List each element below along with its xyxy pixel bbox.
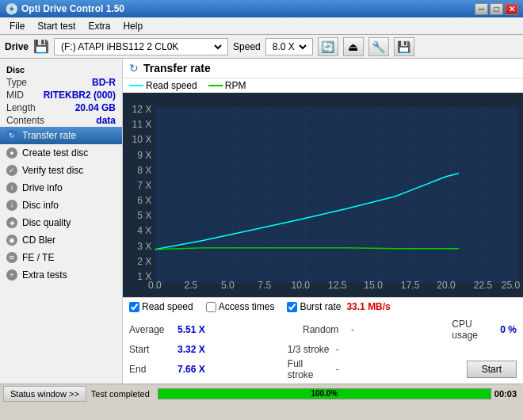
progress-bar: 100.0% (158, 388, 491, 399)
disc-info-icon: i (6, 200, 17, 211)
cb-access-times-input[interactable] (206, 302, 216, 312)
sidebar-item-fe-te[interactable]: ≋ FE / TE (0, 249, 122, 266)
speed-selector[interactable]: 8.0 X (265, 38, 313, 55)
legend-read-speed-label: Read speed (146, 80, 197, 91)
disc-length-row: Length 20.04 GB (0, 101, 122, 114)
transfer-rate-icon: ↻ (6, 130, 17, 141)
disc-info-label: Disc info (22, 200, 59, 211)
checkboxes-row: Read speed Access times Burst rate 33.1 … (123, 297, 523, 315)
stats-area: Average 5.51 X Random - CPU usage 0 % St… (123, 315, 523, 384)
extra-tests-label: Extra tests (22, 269, 67, 281)
svg-text:2 X: 2 X (137, 256, 151, 267)
cb-burst-rate-input[interactable] (287, 302, 297, 312)
stats-row-1: Average 5.51 X Random - CPU usage 0 % (129, 317, 517, 342)
menu-extra[interactable]: Extra (82, 19, 116, 33)
svg-text:5 X: 5 X (137, 210, 151, 221)
sidebar-item-transfer-rate[interactable]: ↻ Transfer rate (0, 127, 122, 144)
fe-te-icon: ≋ (6, 252, 17, 263)
legend-cyan-line (129, 85, 143, 86)
legend-rpm: RPM (208, 80, 246, 91)
content-area: ↻ Transfer rate Read speed RPM (123, 59, 523, 384)
svg-text:22.5: 22.5 (474, 280, 493, 291)
stat-end-label: End (129, 364, 173, 375)
svg-text:5.0: 5.0 (221, 280, 235, 291)
cb-burst-rate[interactable]: Burst rate 33.1 MB/s (287, 301, 390, 312)
drive-select-input[interactable]: (F:) ATAPI iHBS112 2 CL0K (58, 40, 224, 53)
start-btn-container: Start (422, 361, 517, 378)
legend-green-line (208, 85, 223, 86)
stat-start-label: Start (129, 344, 173, 355)
legend-rpm-label: RPM (225, 80, 246, 91)
svg-rect-1 (155, 107, 519, 283)
stat-full-stroke-label: Full stroke (288, 358, 331, 380)
disc-type-key: Type (6, 77, 27, 88)
status-window-button[interactable]: Status window >> (3, 386, 86, 402)
eject-button[interactable]: ⏏ (343, 37, 364, 56)
drive-bar: Drive 💾 (F:) ATAPI iHBS112 2 CL0K Speed … (0, 35, 523, 59)
disc-mid-val: RITEKBR2 (000) (44, 90, 116, 101)
svg-text:8 X: 8 X (137, 165, 151, 176)
transfer-rate-label: Transfer rate (22, 130, 76, 141)
start-button[interactable]: Start (467, 361, 517, 378)
drive-selector[interactable]: (F:) ATAPI iHBS112 2 CL0K (54, 38, 228, 55)
status-bar: Status window >> Test completed 100.0% 0… (0, 384, 523, 403)
sidebar-item-create-test-disc[interactable]: ● Create test disc (0, 144, 122, 162)
stat-random-label: Random (303, 324, 346, 335)
settings-button[interactable]: 🔧 (368, 37, 389, 56)
stat-cpu-usage: CPU usage 0 % (452, 319, 517, 341)
refresh-button[interactable]: 🔄 (318, 37, 338, 56)
disc-length-val: 20.04 GB (75, 102, 116, 113)
cb-access-times[interactable]: Access times (206, 301, 275, 312)
title-bar: 💿 Opti Drive Control 1.50 ─ □ ✕ (0, 0, 523, 17)
sidebar-item-drive-info[interactable]: i Drive info (0, 179, 122, 197)
chart-icon: ↻ (129, 62, 139, 74)
disc-quality-icon: ◈ (6, 217, 17, 228)
menu-help[interactable]: Help (116, 19, 149, 33)
disc-contents-row: Contents data (0, 114, 122, 127)
svg-text:10.0: 10.0 (291, 280, 310, 291)
sidebar: Disc Type BD-R MID RITEKBR2 (000) Length… (0, 59, 123, 384)
stat-start-val: 3.32 X (178, 344, 205, 355)
cb-access-times-label: Access times (219, 301, 275, 312)
create-test-disc-label: Create test disc (22, 147, 88, 158)
stat-start: Start 3.32 X (129, 344, 205, 355)
disc-type-val: BD-R (92, 77, 116, 88)
stats-row-3: End 7.66 X Full stroke - Start (129, 357, 517, 382)
cb-read-speed-input[interactable] (129, 302, 139, 312)
sidebar-item-disc-info[interactable]: i Disc info (0, 197, 122, 214)
fe-te-label: FE / TE (22, 252, 54, 263)
stat-cpu-label: CPU usage (452, 319, 495, 341)
stat-full-stroke: Full stroke - (288, 358, 339, 380)
disc-mid-key: MID (6, 90, 24, 101)
drive-icon: 💾 (33, 39, 49, 54)
verify-test-disc-label: Verify test disc (22, 165, 83, 176)
drive-info-icon: i (6, 182, 17, 193)
close-button[interactable]: ✕ (505, 3, 518, 15)
speed-select-input[interactable]: 8.0 X (269, 40, 309, 53)
svg-text:3 X: 3 X (137, 241, 151, 252)
menu-file[interactable]: File (3, 19, 31, 33)
cb-read-speed-label: Read speed (142, 301, 193, 312)
disc-mid-row: MID RITEKBR2 (000) (0, 89, 122, 101)
sidebar-item-cd-bler[interactable]: ◉ CD Bler (0, 231, 122, 249)
save-button[interactable]: 💾 (394, 37, 414, 56)
chart-area: 12 X 11 X 10 X 9 X 8 X 7 X 6 X 5 X 4 X 3… (123, 93, 523, 297)
minimize-button[interactable]: ─ (475, 3, 488, 15)
chart-legend: Read speed RPM (123, 78, 523, 93)
extra-tests-icon: + (6, 269, 17, 281)
stat-placeholder-1 (422, 344, 517, 355)
svg-text:7 X: 7 X (137, 180, 151, 191)
sidebar-item-extra-tests[interactable]: + Extra tests (0, 266, 122, 284)
menu-start-test[interactable]: Start test (31, 19, 82, 33)
svg-text:6 X: 6 X (137, 195, 151, 206)
stat-random: Random - (303, 319, 354, 341)
status-text: Test completed (86, 389, 155, 399)
svg-text:25.0 GB: 25.0 GB (502, 280, 523, 291)
sidebar-item-disc-quality[interactable]: ◈ Disc quality (0, 214, 122, 231)
sidebar-item-verify-test-disc[interactable]: ✓ Verify test disc (0, 162, 122, 179)
maximize-button[interactable]: □ (490, 3, 503, 15)
burst-rate-value: 33.1 MB/s (346, 301, 390, 312)
svg-text:20.0: 20.0 (437, 280, 456, 291)
disc-length-key: Length (6, 102, 36, 113)
cb-read-speed[interactable]: Read speed (129, 301, 193, 312)
